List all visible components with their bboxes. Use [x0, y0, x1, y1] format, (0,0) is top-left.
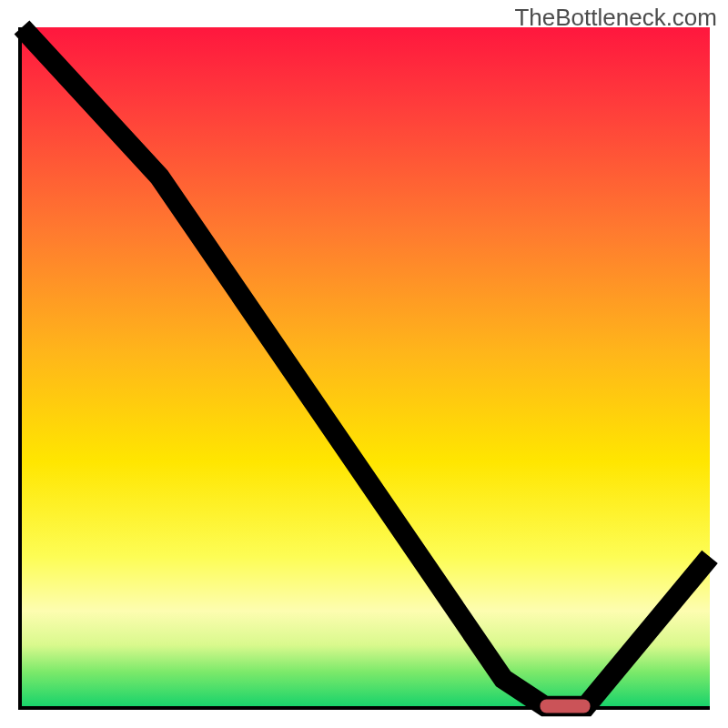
plot-area [18, 27, 710, 710]
optimal-zone-marker [541, 700, 591, 713]
curve-path [22, 27, 710, 706]
chart-frame: TheBottleneck.com [0, 0, 728, 728]
bottleneck-curve [22, 27, 710, 706]
